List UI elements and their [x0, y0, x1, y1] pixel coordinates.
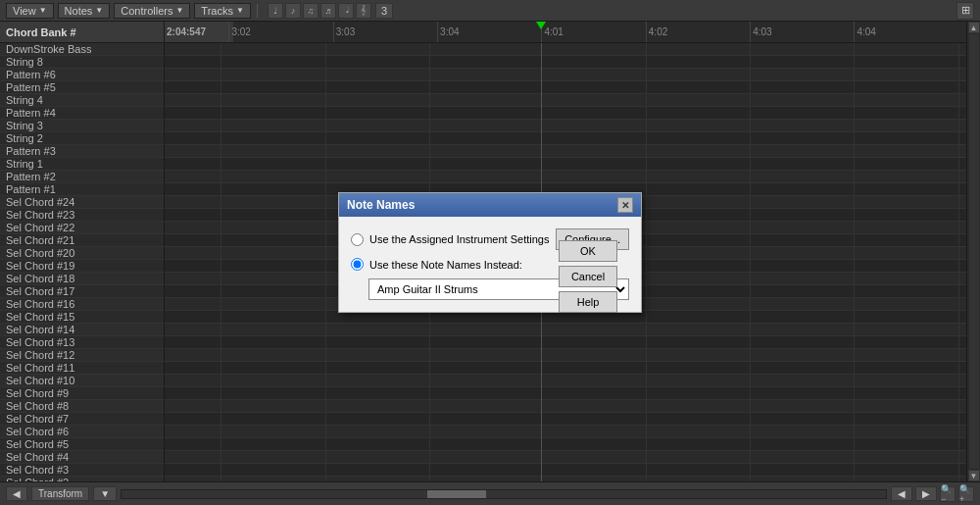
help-button[interactable]: Help — [559, 291, 617, 313]
dialog-overlay: Note Names ✕ Use the Assigned Instrument… — [0, 0, 980, 505]
dialog-buttons: OK Cancel Help — [559, 240, 617, 313]
radio1-left: Use the Assigned Instrument Settings — [351, 233, 549, 246]
radio2-input[interactable] — [351, 258, 364, 271]
dialog-content-area: Use the Assigned Instrument Settings Con… — [351, 228, 629, 300]
dialog-titlebar: Note Names ✕ — [339, 193, 641, 217]
dialog-body: Use the Assigned Instrument Settings Con… — [339, 217, 641, 312]
ok-button[interactable]: OK — [559, 240, 617, 262]
radio2-label: Use these Note Names Instead: — [369, 259, 522, 271]
dialog-close-button[interactable]: ✕ — [617, 197, 633, 213]
cancel-button[interactable]: Cancel — [559, 266, 617, 287]
note-names-dialog: Note Names ✕ Use the Assigned Instrument… — [338, 192, 642, 313]
radio1-input[interactable] — [351, 233, 364, 246]
dialog-title: Note Names — [347, 198, 415, 212]
radio1-label: Use the Assigned Instrument Settings — [369, 233, 549, 245]
